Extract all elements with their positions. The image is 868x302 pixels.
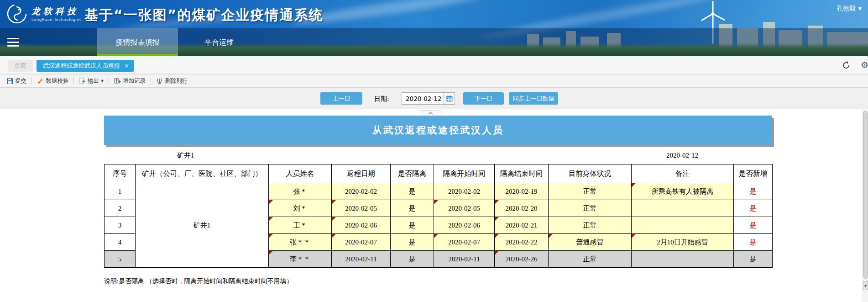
cell-return-date[interactable]: 2020-02-05 (332, 200, 391, 217)
cell-quarantined[interactable]: 是 (391, 200, 434, 217)
cell-name[interactable]: 张＊＊ (269, 234, 332, 251)
validate-data-button[interactable]: 数据校验 (34, 77, 71, 85)
col-header: 是否隔离 (391, 164, 434, 183)
cell-name[interactable]: 王＊ (269, 217, 332, 234)
delete-rows-button[interactable]: 删除列行 (153, 77, 190, 85)
user-menu[interactable]: 孔德毅 ▼ (837, 5, 862, 13)
tab-home[interactable]: 首页 (8, 60, 33, 72)
cell-no[interactable]: 2 (105, 200, 136, 217)
cell-quarantine-end[interactable]: 2020-02-20 (495, 200, 549, 217)
scrollbar-down-arrow[interactable]: ▼ (863, 281, 868, 290)
close-icon[interactable]: × (124, 62, 129, 69)
cell-return-date[interactable]: 2020-02-07 (332, 234, 391, 251)
cell-is-new[interactable]: 是 (734, 200, 773, 217)
toolbar: 提交 数据校验 输出 ▼ 增加记录 删除列行 (0, 74, 868, 88)
cell-note[interactable]: 2月10日开始感冒 (632, 234, 734, 251)
date-label: 日期: (374, 95, 389, 103)
cell-quarantined[interactable]: 是 (391, 251, 434, 268)
cell-quarantine-start[interactable]: 2020-02-05 (434, 200, 495, 217)
validate-icon (37, 78, 44, 85)
cell-return-date[interactable]: 2020-02-11 (332, 251, 391, 268)
col-header: 隔离结束时间 (495, 164, 549, 183)
submit-button[interactable]: 提交 (4, 77, 29, 85)
cell-is-new[interactable]: 是 (734, 183, 773, 200)
calendar-button[interactable] (443, 93, 455, 104)
cell-quarantine-start[interactable]: 2020-02-06 (434, 217, 495, 234)
col-header: 人员姓名 (269, 164, 332, 183)
nav-tab-platform-ops[interactable]: 平台运维 (192, 28, 246, 56)
toolbar-label: 提交 (15, 77, 26, 85)
col-header: 返程日期 (332, 164, 391, 183)
cell-quarantine-end[interactable]: 2020-02-26 (495, 251, 549, 268)
separator (151, 77, 151, 85)
add-record-button[interactable]: 增加记录 (111, 77, 148, 85)
toolbar-label: 增加记录 (123, 77, 146, 85)
collapse-panel-tab[interactable] (420, 110, 441, 116)
separator (31, 77, 32, 85)
save-icon (6, 78, 13, 85)
cell-quarantine-start[interactable]: 2020-02-11 (434, 251, 495, 268)
cell-no[interactable]: 4 (105, 234, 136, 251)
scrollbar-thumb[interactable] (863, 111, 868, 279)
cell-is-new[interactable]: 是 (734, 251, 773, 268)
personnel-table: 序号 矿井（公司、厂、医院、社区、部门） 人员姓名 返程日期 是否隔离 隔离开始… (104, 164, 773, 268)
cell-quarantine-end[interactable]: 2020-02-19 (495, 183, 549, 200)
col-header: 备注 (632, 164, 734, 183)
col-header: 隔离开始时间 (434, 164, 495, 183)
cell-quarantined[interactable]: 是 (391, 234, 434, 251)
refresh-icon[interactable] (841, 60, 851, 70)
cell-quarantine-start[interactable]: 2020-02-02 (434, 183, 495, 200)
separator (109, 77, 109, 85)
cell-note[interactable]: 所乘高铁有人被隔离 (632, 183, 734, 200)
cell-health[interactable]: 正常 (549, 217, 632, 234)
output-button[interactable]: 输出 ▼ (76, 77, 106, 85)
table-header-row: 序号 矿井（公司、厂、医院、社区、部门） 人员姓名 返程日期 是否隔离 隔离开始… (105, 164, 773, 183)
gear-icon[interactable]: ⚙ (861, 60, 868, 70)
sync-previous-day-button[interactable]: 同步上一日数据 (509, 92, 558, 105)
hamburger-menu-icon[interactable] (7, 38, 19, 49)
cell-health[interactable]: 正常 (549, 251, 632, 268)
sheet-area: 从武汉返程或途径武汉人员 矿井1 2020-02-12 序号 矿井（公司、厂、医… (0, 109, 868, 302)
cell-health[interactable]: 正常 (549, 200, 632, 217)
cell-mine-merged[interactable]: 矿井1 (136, 183, 269, 268)
cell-no[interactable]: 5 (105, 251, 136, 268)
separator (73, 77, 74, 85)
vertical-scrollbar[interactable]: ▼ (863, 109, 868, 302)
cell-no[interactable]: 1 (105, 183, 136, 200)
tab-label: 武汉返程或途经武汉人员填报 (43, 62, 120, 69)
cell-note[interactable] (632, 251, 734, 268)
cell-quarantined[interactable]: 是 (391, 217, 434, 234)
footnote: 说明:是否隔离 （选择否时，隔离开始时间和隔离结束时间不用填） (104, 277, 293, 286)
date-input[interactable] (402, 93, 443, 104)
cell-name[interactable]: 张＊ (269, 183, 332, 200)
cell-name[interactable]: 刘＊ (269, 200, 332, 217)
table-row: 1 矿井1 张＊ 2020-02-02 是 2020-02-02 2020-02… (105, 183, 773, 200)
cell-return-date[interactable]: 2020-02-06 (332, 217, 391, 234)
sheet-date-label: 2020-02-12 (666, 152, 698, 159)
cell-no[interactable]: 3 (105, 217, 136, 234)
toolbar-label: 删除列行 (165, 77, 188, 85)
nav-tab-report-filling[interactable]: 疫情报表填报 (97, 28, 178, 56)
cell-note[interactable] (632, 217, 734, 234)
export-icon (79, 78, 86, 85)
cell-name[interactable]: 李＊＊ (269, 251, 332, 268)
cell-is-new[interactable]: 是 (734, 217, 773, 234)
previous-day-button[interactable]: 上一日 (320, 92, 362, 105)
next-day-button[interactable]: 下一日 (463, 92, 504, 105)
toolbar-label: 输出 (88, 77, 99, 85)
logo-text-en: LongRuan Technologies (31, 17, 82, 22)
cell-return-date[interactable]: 2020-02-02 (332, 183, 391, 200)
cell-is-new[interactable]: 是 (734, 234, 773, 251)
add-record-icon (114, 78, 121, 85)
cell-quarantine-end[interactable]: 2020-02-22 (495, 234, 549, 251)
cell-quarantine-end[interactable]: 2020-02-21 (495, 217, 549, 234)
cell-quarantined[interactable]: 是 (391, 183, 434, 200)
main-nav: 疫情报表填报 平台运维 (0, 28, 868, 56)
tab-wuhan-return-report[interactable]: 武汉返程或途经武汉人员填报× (37, 60, 134, 72)
user-name: 孔德毅 (837, 5, 856, 13)
cell-health[interactable]: 普通感冒 (549, 234, 632, 251)
cell-health[interactable]: 正常 (549, 183, 632, 200)
col-header: 序号 (105, 164, 136, 183)
cell-note[interactable] (632, 200, 734, 217)
cell-quarantine-start[interactable]: 2020-02-07 (434, 234, 495, 251)
